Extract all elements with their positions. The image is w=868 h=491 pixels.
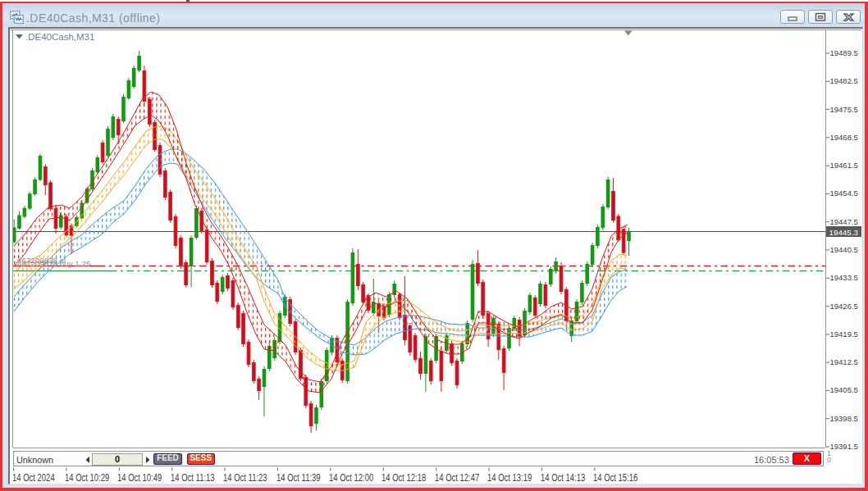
svg-text:#67209878 buy 1.25: #67209878 buy 1.25 [17, 259, 91, 268]
